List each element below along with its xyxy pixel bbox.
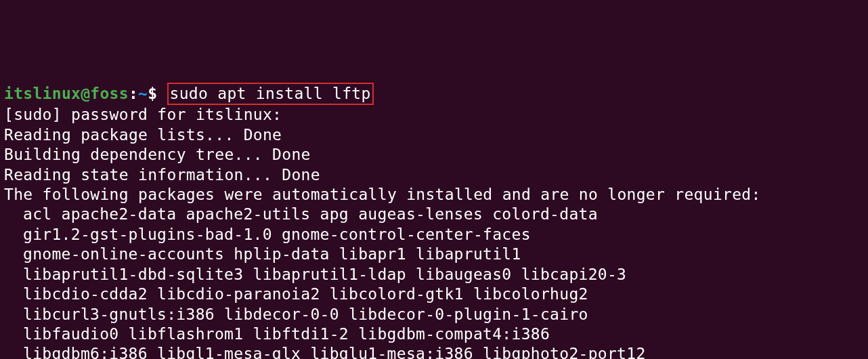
package-list-line: libaprutil1-dbd-sqlite3 libaprutil1-ldap… <box>4 266 626 283</box>
package-list-line: libcdio-cdda2 libcdio-paranoia2 libcolor… <box>4 285 588 303</box>
prompt-symbol: $ <box>148 85 157 102</box>
package-list-line: gnome-online-accounts hplip-data libapr1… <box>4 245 521 263</box>
output-building-tree: Building dependency tree... Done <box>4 146 311 163</box>
prompt-user-host: itslinux@foss <box>4 85 129 102</box>
package-list-line: libfaudio0 libflashrom1 libftdi1-2 libgd… <box>4 325 550 343</box>
package-list-line: libcurl3-gnutls:i386 libdecor-0-0 libdec… <box>4 305 588 323</box>
package-list-line: gir1.2-gst-plugins-bad-1.0 gnome-control… <box>4 226 531 243</box>
output-reading-state: Reading state information... Done <box>4 166 320 184</box>
output-reading-packages: Reading package lists... Done <box>4 126 282 144</box>
output-sudo-password: [sudo] password for itslinux: <box>4 106 282 123</box>
prompt-separator: : <box>129 85 138 102</box>
prompt-line: itslinux@foss:~$ sudo apt install lftp <box>4 85 374 102</box>
command-text: sudo apt install lftp <box>167 83 374 105</box>
terminal-output: itslinux@foss:~$ sudo apt install lftp [… <box>4 83 864 359</box>
package-list-line: libgdbm6:i386 libgl1-mesa-glx libglu1-me… <box>4 345 646 359</box>
package-list-line: acl apache2-data apache2-utils apg augea… <box>4 205 598 223</box>
output-auto-installed-header: The following packages were automaticall… <box>4 186 761 203</box>
prompt-path: ~ <box>138 85 148 102</box>
